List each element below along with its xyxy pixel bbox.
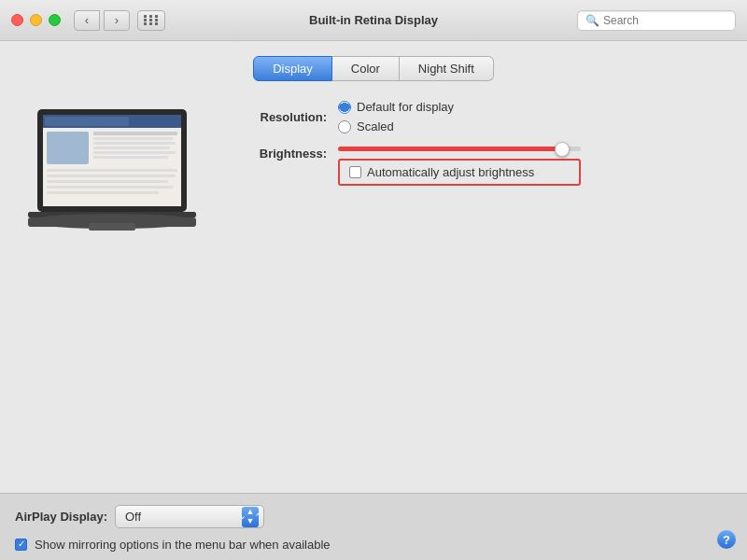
svg-rect-13 — [47, 175, 176, 177]
search-input[interactable] — [603, 14, 727, 27]
traffic-lights — [11, 14, 61, 26]
svg-rect-11 — [47, 132, 89, 164]
tab-group: Display Color Night Shift — [253, 56, 494, 81]
laptop-svg — [19, 100, 205, 249]
brightness-row: Brightness: Automatically adjust brightn… — [233, 147, 728, 186]
tab-display[interactable]: Display — [253, 56, 332, 81]
auto-brightness-label: Automatically adjust brightness — [367, 165, 534, 179]
brightness-label: Brightness: — [233, 147, 327, 161]
airplay-select-wrapper: Off ▲ ▼ — [115, 505, 264, 528]
auto-brightness-checkbox[interactable] — [349, 166, 361, 178]
right-panel: Resolution: Default for display Scaled — [233, 100, 728, 199]
close-button[interactable] — [11, 14, 23, 26]
svg-rect-7 — [93, 142, 176, 145]
tab-color[interactable]: Color — [332, 56, 400, 81]
search-icon: 🔍 — [585, 14, 599, 27]
laptop-preview — [19, 100, 205, 253]
auto-brightness-box: Automatically adjust brightness — [338, 159, 581, 186]
minimize-button[interactable] — [30, 14, 42, 26]
resolution-options: Default for display Scaled — [338, 100, 454, 133]
svg-rect-5 — [93, 132, 177, 135]
tab-bar: Display Color Night Shift — [19, 56, 728, 81]
forward-button[interactable]: › — [104, 10, 130, 31]
resolution-row: Resolution: Default for display Scaled — [233, 100, 728, 133]
svg-rect-8 — [93, 147, 170, 149]
radio-default-circle[interactable] — [338, 101, 351, 114]
svg-rect-6 — [93, 137, 173, 140]
mirroring-label: Show mirroring options in the menu bar w… — [35, 538, 331, 552]
svg-rect-15 — [47, 186, 173, 189]
help-button[interactable]: ? — [717, 530, 736, 549]
back-button[interactable]: ‹ — [74, 10, 100, 31]
main-content: Display Color Night Shift — [0, 41, 747, 493]
radio-default[interactable]: Default for display — [338, 100, 454, 114]
airplay-label: AirPlay Display: — [15, 510, 107, 524]
svg-rect-16 — [47, 191, 159, 194]
radio-default-label: Default for display — [357, 100, 454, 114]
airplay-row: AirPlay Display: Off ▲ ▼ — [15, 505, 732, 528]
brightness-controls: Automatically adjust brightness — [338, 147, 581, 186]
radio-scaled-label: Scaled — [357, 119, 394, 133]
search-box[interactable]: 🔍 — [577, 10, 736, 31]
resolution-label: Resolution: — [233, 110, 327, 124]
svg-rect-9 — [93, 151, 176, 154]
radio-scaled[interactable]: Scaled — [338, 119, 454, 133]
airplay-select[interactable]: Off — [115, 505, 264, 528]
mirroring-row: ✓ Show mirroring options in the menu bar… — [15, 538, 732, 552]
svg-rect-12 — [47, 169, 177, 172]
svg-rect-10 — [93, 156, 168, 159]
svg-rect-3 — [45, 117, 129, 126]
tab-night-shift[interactable]: Night Shift — [400, 56, 494, 81]
svg-rect-14 — [47, 180, 168, 183]
window-title: Built-in Retina Display — [309, 13, 438, 27]
svg-rect-20 — [89, 223, 135, 231]
slider-wrapper — [338, 147, 581, 151]
grid-button[interactable] — [137, 10, 165, 31]
bottom-bar: AirPlay Display: Off ▲ ▼ ✓ Show mirrorin… — [0, 493, 747, 560]
nav-buttons: ‹ › — [74, 10, 130, 31]
radio-scaled-circle[interactable] — [338, 120, 351, 133]
checkmark-icon: ✓ — [18, 539, 25, 549]
mirroring-checkbox[interactable]: ✓ — [15, 539, 27, 551]
grid-icon — [144, 15, 160, 25]
settings-area: Resolution: Default for display Scaled — [19, 100, 728, 253]
titlebar: ‹ › Built-in Retina Display 🔍 — [0, 0, 747, 41]
brightness-slider[interactable] — [338, 147, 581, 151]
maximize-button[interactable] — [49, 14, 61, 26]
